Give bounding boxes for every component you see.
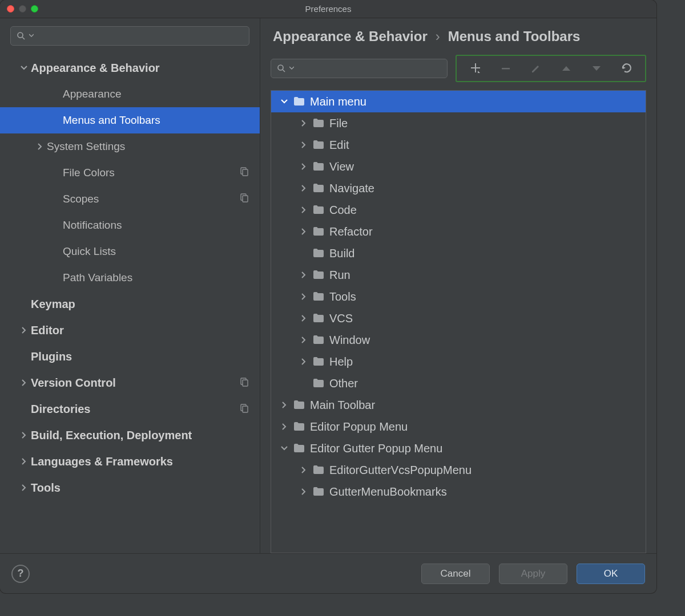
chevron-right-icon: [17, 327, 31, 334]
add-button[interactable]: [463, 57, 488, 80]
sidebar-item-label: Keymap: [31, 298, 260, 311]
sidebar-item-scopes[interactable]: Scopes: [0, 186, 260, 212]
move-down-button[interactable]: [584, 57, 609, 80]
close-icon[interactable]: [7, 5, 14, 13]
maximize-icon[interactable]: [31, 5, 38, 13]
minimize-icon[interactable]: [19, 5, 26, 13]
tree-item-tools[interactable]: Tools: [271, 286, 646, 307]
sidebar-item-path-variables[interactable]: Path Variables: [0, 265, 260, 291]
tree-item-build[interactable]: Build: [271, 242, 646, 264]
triangle-up-icon: [561, 65, 571, 72]
reset-button[interactable]: [614, 57, 639, 80]
folder-icon: [292, 444, 307, 453]
chevron-right-icon: [296, 185, 311, 192]
cancel-button[interactable]: Cancel: [421, 564, 490, 584]
sidebar-item-editor[interactable]: Editor: [0, 317, 260, 343]
folder-icon: [311, 119, 326, 128]
sidebar-item-file-colors[interactable]: File Colors: [0, 160, 260, 186]
help-button[interactable]: ?: [11, 565, 30, 583]
tree-item-vcs[interactable]: VCS: [271, 307, 646, 329]
reset-icon: [620, 63, 633, 74]
svg-line-1: [22, 37, 25, 39]
tree-item-label: Code: [329, 204, 357, 217]
folder-icon: [311, 314, 326, 323]
sidebar-item-system-settings[interactable]: System Settings: [0, 133, 260, 160]
sidebar-item-keymap[interactable]: Keymap: [0, 291, 260, 317]
tree-item-guttermenubookmarks[interactable]: GutterMenuBookmarks: [271, 481, 646, 502]
window-controls: [7, 5, 38, 13]
tree-item-editor-popup-menu[interactable]: Editor Popup Menu: [271, 416, 646, 437]
content-search[interactable]: [271, 59, 448, 78]
tree-item-editorguttervcspopupmenu[interactable]: EditorGutterVcsPopupMenu: [271, 459, 646, 481]
sidebar-item-appearance-behavior[interactable]: Appearance & Behavior: [0, 55, 260, 81]
breadcrumb-parent: Appearance & Behavior: [273, 29, 428, 44]
chevron-right-icon: [296, 271, 311, 278]
project-scope-icon: [239, 193, 248, 205]
folder-icon: [292, 422, 307, 431]
tree-item-label: Build: [329, 247, 354, 260]
tree-item-run[interactable]: Run: [271, 264, 646, 286]
tree-item-refactor[interactable]: Refactor: [271, 221, 646, 242]
search-icon: [17, 31, 26, 40]
tree-item-edit[interactable]: Edit: [271, 134, 646, 156]
tree-item-other[interactable]: Other: [271, 372, 646, 394]
chevron-right-icon: [277, 423, 292, 430]
folder-icon: [292, 97, 307, 106]
tree-item-label: Main menu: [310, 95, 366, 108]
tree-item-label: GutterMenuBookmarks: [329, 485, 447, 499]
project-scope-icon: [239, 403, 248, 416]
chevron-right-icon: [296, 206, 311, 213]
edit-button[interactable]: [523, 57, 549, 80]
chevron-down-icon: [277, 98, 292, 105]
svg-rect-9: [243, 406, 248, 412]
action-bar: [456, 55, 646, 82]
tree-item-main-menu[interactable]: Main menu: [271, 91, 646, 112]
sidebar-tree: Appearance & BehaviorAppearanceMenus and…: [0, 51, 260, 501]
tree-item-window[interactable]: Window: [271, 329, 646, 351]
sidebar-item-label: Editor: [31, 324, 260, 337]
tree-item-label: Editor Gutter Popup Menu: [310, 442, 442, 455]
tree-item-file[interactable]: File: [271, 112, 646, 134]
sidebar-item-tools[interactable]: Tools: [0, 475, 260, 501]
tree-item-view[interactable]: View: [271, 156, 646, 177]
sidebar-item-label: Menus and Toolbars: [63, 114, 260, 127]
sidebar-item-label: Scopes: [63, 193, 239, 205]
move-up-button[interactable]: [554, 57, 579, 80]
tree-item-label: Tools: [329, 290, 356, 303]
tree-item-label: View: [329, 160, 354, 173]
sidebar-search[interactable]: [10, 26, 249, 46]
sidebar-item-menus-and-toolbars[interactable]: Menus and Toolbars: [0, 107, 260, 133]
tree-item-help[interactable]: Help: [271, 351, 646, 372]
tree-item-label: File: [329, 117, 348, 130]
sidebar-item-version-control[interactable]: Version Control: [0, 370, 260, 396]
sidebar-item-label: System Settings: [47, 140, 260, 153]
sidebar-item-notifications[interactable]: Notifications: [0, 212, 260, 238]
folder-icon: [311, 292, 326, 301]
sidebar-item-label: Appearance & Behavior: [31, 62, 260, 75]
sidebar-item-label: Notifications: [63, 219, 260, 232]
chevron-right-icon: [296, 293, 311, 300]
folder-icon: [311, 162, 326, 171]
folder-icon: [311, 487, 326, 496]
sidebar-item-plugins[interactable]: Plugins: [0, 343, 260, 370]
ok-button[interactable]: OK: [577, 564, 645, 584]
sidebar-item-directories[interactable]: Directories: [0, 396, 260, 422]
minus-icon: [501, 63, 511, 74]
svg-point-0: [18, 33, 23, 38]
sidebar-item-languages-frameworks[interactable]: Languages & Frameworks: [0, 448, 260, 475]
tree-item-main-toolbar[interactable]: Main Toolbar: [271, 394, 646, 416]
tree-item-editor-gutter-popup-menu[interactable]: Editor Gutter Popup Menu: [271, 437, 646, 459]
remove-button[interactable]: [493, 57, 518, 80]
sidebar-item-appearance[interactable]: Appearance: [0, 81, 260, 107]
folder-icon: [311, 249, 326, 258]
sidebar-item-quick-lists[interactable]: Quick Lists: [0, 238, 260, 265]
menu-tree[interactable]: Main menuFileEditViewNavigateCodeRefacto…: [271, 90, 646, 553]
apply-button[interactable]: Apply: [499, 564, 567, 584]
tree-item-code[interactable]: Code: [271, 199, 646, 221]
tree-item-navigate[interactable]: Navigate: [271, 177, 646, 199]
content-search-input[interactable]: [297, 64, 441, 74]
sidebar-item-build-execution-deployment[interactable]: Build, Execution, Deployment: [0, 422, 260, 448]
folder-icon: [311, 357, 326, 366]
chevron-right-icon: [296, 358, 311, 365]
sidebar-search-input[interactable]: [37, 31, 243, 41]
